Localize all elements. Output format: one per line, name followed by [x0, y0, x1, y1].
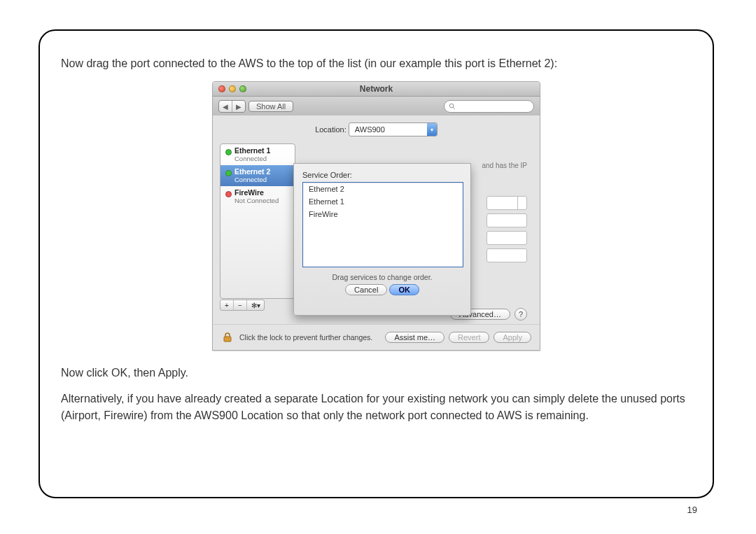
- select-arrows-icon: ▾: [427, 123, 437, 136]
- dialog-buttons: Cancel OK: [302, 286, 462, 294]
- sidebar-controls: + − ✻▾: [220, 300, 265, 311]
- right-field-1[interactable]: [486, 196, 527, 210]
- lock-strip: Click the lock to prevent further change…: [213, 324, 540, 350]
- list-item[interactable]: Ethernet 1: [303, 195, 463, 208]
- ok-button[interactable]: OK: [389, 284, 419, 295]
- dialog-hint: Drag services to change order.: [302, 273, 462, 281]
- sidebar-item-status: Not Connected: [234, 197, 290, 204]
- search-icon: [449, 103, 456, 110]
- network-prefs-window: Network ◀ ▶ Show All Location: AWS900 ▾: [212, 81, 540, 351]
- sidebar-item-name: Ethernet 1: [234, 147, 290, 155]
- list-item[interactable]: Ethernet 2: [303, 183, 463, 195]
- document-page: Now drag the port connected to the AWS t…: [38, 29, 714, 498]
- help-button[interactable]: ?: [514, 308, 527, 321]
- location-value: AWS900: [355, 125, 385, 134]
- add-service-button[interactable]: +: [220, 300, 234, 310]
- location-label: Location:: [315, 125, 346, 134]
- sidebar-item-ethernet1[interactable]: Ethernet 1 Connected: [220, 144, 295, 165]
- intro-text: Now drag the port connected to the AWS t…: [61, 55, 692, 71]
- right-field-2[interactable]: [486, 213, 527, 227]
- revert-button[interactable]: Revert: [449, 332, 489, 343]
- remove-service-button[interactable]: −: [234, 300, 247, 310]
- bottom-buttons: Assist me… Revert Apply: [385, 332, 531, 343]
- sidebar-item-name: FireWire: [234, 189, 290, 197]
- assist-me-button[interactable]: Assist me…: [385, 332, 444, 343]
- page-number: 19: [687, 505, 697, 515]
- dialog-label: Service Order:: [302, 171, 462, 179]
- after-text-1: Now click OK, then Apply.: [61, 365, 692, 381]
- toolbar: ◀ ▶ Show All: [213, 97, 540, 117]
- sidebar-item-status: Connected: [234, 155, 290, 162]
- window-title: Network: [360, 84, 393, 94]
- zoom-icon[interactable]: [239, 85, 246, 92]
- location-row: Location: AWS900 ▾: [213, 122, 540, 136]
- sidebar-item-ethernet2[interactable]: Ethernet 2 Connected: [220, 165, 295, 186]
- status-dot-icon: [225, 191, 232, 197]
- services-sidebar: Ethernet 1 Connected Ethernet 2 Connecte…: [220, 143, 295, 299]
- minimize-icon[interactable]: [229, 85, 236, 92]
- service-order-list[interactable]: Ethernet 2 Ethernet 1 FireWire: [302, 182, 463, 267]
- apply-button[interactable]: Apply: [493, 332, 531, 343]
- service-order-dialog: Service Order: Ethernet 2 Ethernet 1 Fir…: [293, 163, 471, 316]
- traffic-lights: [218, 85, 246, 92]
- forward-icon[interactable]: ▶: [232, 101, 245, 112]
- sidebar-item-status: Connected: [234, 176, 290, 183]
- svg-line-1: [453, 107, 455, 109]
- lock-text: Click the lock to prevent further change…: [239, 333, 372, 342]
- search-input[interactable]: [444, 100, 534, 113]
- gear-menu-button[interactable]: ✻▾: [247, 300, 264, 310]
- location-select[interactable]: AWS900 ▾: [349, 122, 438, 136]
- select-arrows-icon: [517, 197, 526, 209]
- lock-icon[interactable]: [221, 331, 234, 344]
- show-all-button[interactable]: Show All: [248, 101, 293, 112]
- nav-back-forward[interactable]: ◀ ▶: [218, 100, 246, 113]
- right-field-4[interactable]: [486, 248, 527, 262]
- close-icon[interactable]: [218, 85, 225, 92]
- sidebar-item-firewire[interactable]: FireWire Not Connected: [220, 186, 295, 207]
- status-dot-icon: [225, 170, 232, 176]
- status-dot-icon: [225, 149, 232, 155]
- list-item[interactable]: FireWire: [303, 208, 463, 220]
- back-icon[interactable]: ◀: [219, 101, 232, 112]
- sidebar-item-name: Ethernet 2: [234, 168, 290, 176]
- status-text: and has the IP: [482, 162, 528, 169]
- cancel-button[interactable]: Cancel: [345, 284, 387, 295]
- window-body: Location: AWS900 ▾ Ethernet 1 Connected …: [213, 115, 540, 325]
- after-text-2: Alternatively, if you have already creat…: [61, 391, 692, 423]
- svg-rect-2: [224, 337, 231, 342]
- window-titlebar: Network: [213, 82, 540, 97]
- right-field-3[interactable]: [486, 231, 527, 245]
- svg-point-0: [449, 104, 454, 108]
